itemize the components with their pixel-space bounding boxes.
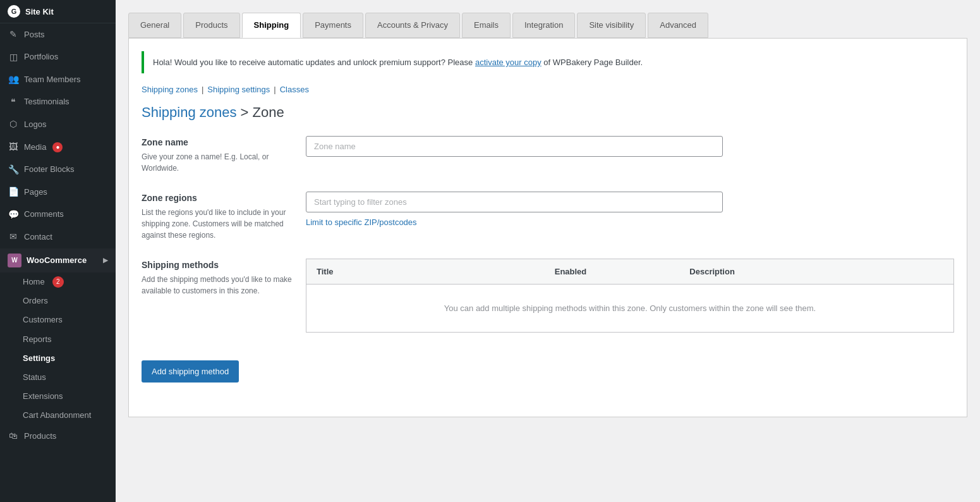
testimonials-icon: ❝: [8, 96, 19, 109]
subnav-classes[interactable]: Classes: [280, 85, 309, 94]
pages-icon: 📄: [8, 186, 19, 199]
sidebar-footer-label: Footer Blocks: [24, 164, 74, 175]
shipping-methods-row: Shipping methods Add the shipping method…: [142, 259, 954, 343]
shipping-methods-table: Title Enabled Description You can add mu…: [306, 259, 954, 333]
cart-abandonment-label: Cart Abandonment: [23, 410, 91, 421]
tab-content-shipping: Hola! Would you like to receive automati…: [128, 38, 967, 417]
sidebar-item-woo-status[interactable]: Status: [8, 368, 116, 387]
tab-integration[interactable]: Integration: [512, 13, 575, 38]
sidebar-item-comments[interactable]: 💬 Comments: [0, 204, 116, 226]
main-content: General Products Shipping Payments Accou…: [116, 0, 980, 502]
sidebar-item-woo-reports[interactable]: Reports: [8, 330, 116, 349]
tab-emails[interactable]: Emails: [462, 13, 511, 38]
breadcrumb-parent[interactable]: Shipping zones: [142, 104, 236, 120]
tab-site-visibility[interactable]: Site visibility: [577, 13, 646, 38]
shipping-subnav: Shipping zones | Shipping settings | Cla…: [142, 85, 954, 94]
sidebar-portfolios-label: Portfolios: [24, 51, 58, 63]
col-description: Description: [679, 259, 953, 285]
portfolios-icon: ◫: [8, 51, 19, 64]
update-notice: Hola! Would you like to receive automati…: [142, 51, 954, 73]
zone-regions-label-col: Zone regions List the regions you'd like…: [142, 192, 306, 241]
breadcrumb-separator: >: [241, 104, 253, 120]
woocommerce-menu[interactable]: W WooCommerce ▶: [0, 248, 116, 272]
sidebar-item-woo-settings[interactable]: Settings: [8, 349, 116, 368]
sidebar-item-pages[interactable]: 📄 Pages: [0, 181, 116, 204]
zone-breadcrumb: Shipping zones > Zone: [142, 104, 954, 121]
zone-regions-label: Zone regions: [142, 193, 306, 203]
sidebar-item-team-members[interactable]: 👥 Team Members: [0, 68, 116, 91]
logos-icon: ⬡: [8, 118, 19, 131]
subnav-sep-2: |: [274, 85, 275, 94]
sidebar-item-woo-customers[interactable]: Customers: [8, 310, 116, 329]
posts-icon: ✎: [8, 28, 19, 41]
site-kit-icon: G: [8, 5, 20, 18]
sidebar-item-logos[interactable]: ⬡ Logos: [0, 113, 116, 136]
woo-orders-label: Orders: [23, 295, 48, 307]
media-badge: ●: [52, 142, 63, 152]
woo-reports-label: Reports: [23, 334, 52, 345]
woo-customers-label: Customers: [23, 314, 63, 326]
sidebar-testimonials-label: Testimonials: [24, 96, 70, 107]
sidebar-item-contact[interactable]: ✉ Contact: [0, 226, 116, 248]
sidebar-item-woo-extensions[interactable]: Extensions: [8, 387, 116, 406]
comments-icon: 💬: [8, 209, 19, 221]
sidebar-item-woo-orders[interactable]: Orders: [8, 291, 116, 310]
woo-home-label: Home: [23, 276, 45, 288]
sidebar-item-media[interactable]: 🖼 Media ●: [0, 136, 116, 159]
notice-link[interactable]: activate your copy: [475, 58, 541, 67]
zone-name-input[interactable]: [306, 136, 723, 157]
zip-postcodes-link[interactable]: Limit to specific ZIP/postcodes: [306, 217, 954, 227]
shipping-methods-label-col: Shipping methods Add the shipping method…: [142, 259, 306, 297]
sidebar-logos-label: Logos: [24, 119, 46, 130]
notice-text-before: Hola! Would you like to receive automati…: [153, 58, 475, 67]
sidebar-contact-label: Contact: [24, 231, 52, 243]
zone-regions-description: List the regions you'd like to include i…: [142, 207, 306, 241]
zone-name-row: Zone name Give your zone a name! E.g. Lo…: [142, 136, 954, 174]
tab-shipping[interactable]: Shipping: [242, 13, 301, 38]
zone-regions-row: Zone regions List the regions you'd like…: [142, 192, 954, 241]
products-icon: 🛍: [8, 430, 19, 443]
woo-status-label: Status: [23, 372, 46, 383]
breadcrumb-current: Zone: [253, 104, 284, 120]
shipping-methods-description: Add the shipping methods you'd like to m…: [142, 274, 306, 297]
sidebar-products-label: Products: [24, 431, 56, 442]
add-shipping-method-button[interactable]: Add shipping method: [142, 360, 239, 383]
woocommerce-icon: W: [8, 254, 21, 267]
tab-products[interactable]: Products: [183, 13, 239, 38]
notice-text-after: of WPBakery Page Builder.: [541, 58, 643, 67]
woocommerce-arrow-icon: ▶: [103, 257, 108, 264]
woocommerce-submenu: Home 2 Orders Customers Reports Settings…: [0, 272, 116, 425]
zone-regions-field-col: Limit to specific ZIP/postcodes: [306, 192, 954, 227]
sidebar-item-products[interactable]: 🛍 Products: [0, 425, 116, 448]
tab-advanced[interactable]: Advanced: [648, 13, 708, 38]
shipping-methods-label: Shipping methods: [142, 260, 306, 270]
empty-message: You can add multiple shipping methods wi…: [306, 285, 954, 333]
zone-name-label: Zone name: [142, 137, 306, 147]
sidebar-item-footer-blocks[interactable]: 🔧 Footer Blocks: [0, 159, 116, 181]
woo-home-badge: 2: [52, 276, 64, 288]
sidebar: G Site Kit ✎ Posts ◫ Portfolios 👥 Team M…: [0, 0, 116, 502]
tab-payments[interactable]: Payments: [303, 13, 363, 38]
table-row-empty: You can add multiple shipping methods wi…: [306, 285, 954, 333]
team-icon: 👥: [8, 73, 19, 86]
site-kit-logo[interactable]: G Site Kit: [0, 0, 116, 23]
settings-tabs: General Products Shipping Payments Accou…: [128, 13, 967, 38]
shipping-methods-field-col: Title Enabled Description You can add mu…: [306, 259, 954, 343]
subnav-sep-1: |: [202, 85, 203, 94]
subnav-shipping-zones[interactable]: Shipping zones: [142, 85, 198, 94]
sidebar-comments-label: Comments: [24, 209, 64, 220]
site-kit-label: Site Kit: [25, 7, 54, 16]
zone-regions-input[interactable]: [306, 192, 723, 212]
zone-name-description: Give your zone a name! E.g. Local, or Wo…: [142, 151, 306, 174]
subnav-shipping-settings[interactable]: Shipping settings: [207, 85, 270, 94]
sidebar-item-cart-abandonment[interactable]: Cart Abandonment: [8, 406, 116, 425]
sidebar-item-posts[interactable]: ✎ Posts: [0, 23, 116, 46]
col-enabled: Enabled: [462, 259, 680, 285]
woo-extensions-label: Extensions: [23, 391, 63, 402]
sidebar-item-testimonials[interactable]: ❝ Testimonials: [0, 91, 116, 114]
tab-accounts-privacy[interactable]: Accounts & Privacy: [365, 13, 460, 38]
tab-general[interactable]: General: [128, 13, 181, 38]
sidebar-item-portfolios[interactable]: ◫ Portfolios: [0, 46, 116, 69]
col-title: Title: [306, 259, 462, 285]
sidebar-item-woo-home[interactable]: Home 2: [8, 272, 116, 291]
